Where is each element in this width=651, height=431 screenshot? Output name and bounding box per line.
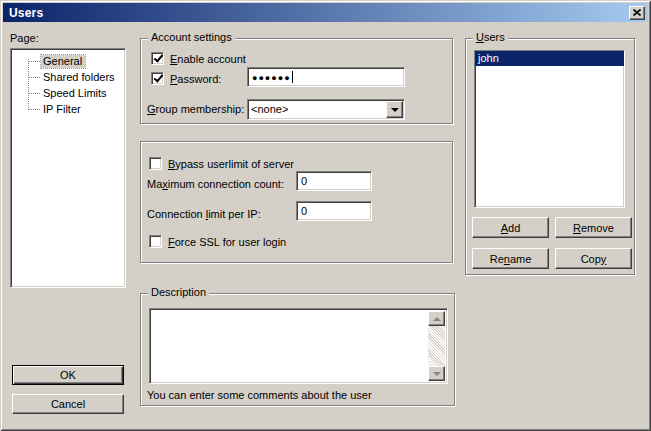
account-settings-title: Account settings <box>148 31 235 43</box>
arrow-down-icon <box>433 372 441 380</box>
arrow-up-icon <box>433 313 441 321</box>
user-list-item[interactable]: john <box>475 51 624 66</box>
copy-button[interactable]: Copy <box>555 248 632 269</box>
dropdown-button[interactable] <box>386 101 403 118</box>
enable-account-checkbox[interactable] <box>151 52 164 65</box>
enable-account-row: Enable account <box>151 52 246 65</box>
force-ssl-checkbox[interactable] <box>149 235 162 248</box>
cancel-button[interactable]: Cancel <box>12 394 124 414</box>
force-ssl-row: Force SSL for user login <box>149 235 286 248</box>
users-dialog: Users Page: General Shared folders Speed… <box>0 0 651 431</box>
titlebar[interactable]: Users <box>3 3 648 22</box>
password-checkbox[interactable] <box>151 72 164 85</box>
bypass-userlimit-row: Bypass userlimit of server <box>149 157 294 170</box>
tree-item-general[interactable]: General <box>11 53 125 69</box>
close-icon <box>633 9 641 16</box>
description-hint: You can enter some comments about the us… <box>147 389 372 401</box>
password-value: ●●●●●● <box>252 73 291 83</box>
connection-limit-per-ip-label: Connection limit per IP: <box>147 208 261 220</box>
description-value <box>154 312 425 380</box>
tree-branch-icon <box>29 77 40 78</box>
description-title: Description <box>148 286 209 298</box>
force-ssl-label: Force SSL for user login <box>168 236 286 248</box>
group-membership-select[interactable]: <none> <box>247 99 405 120</box>
connection-limit-per-ip-input[interactable]: 0 <box>296 201 372 221</box>
ok-button[interactable]: OK <box>12 365 124 385</box>
tree-item-label[interactable]: General <box>41 55 85 68</box>
tree-item-label[interactable]: IP Filter <box>41 103 84 116</box>
enable-account-label: Enable account <box>170 53 246 65</box>
vertical-scrollbar[interactable] <box>428 311 445 381</box>
group-membership-value: <none> <box>251 103 384 115</box>
rename-button[interactable]: Rename <box>472 248 549 269</box>
tree-item-ip-filter[interactable]: IP Filter <box>11 101 125 117</box>
remove-button[interactable]: Remove <box>555 217 632 238</box>
add-button[interactable]: Add <box>472 217 549 238</box>
text-caret <box>292 71 293 83</box>
description-group: Description You can enter some comments … <box>140 293 455 406</box>
max-connection-count-input[interactable]: 0 <box>296 171 372 191</box>
tree-item-label[interactable]: Speed Limits <box>41 87 110 100</box>
tree-branch-icon <box>29 61 40 62</box>
page-tree[interactable]: General Shared folders Speed Limits IP F… <box>10 48 126 288</box>
users-group: Users john Add Remove Rename Copy <box>465 38 635 275</box>
bypass-userlimit-checkbox[interactable] <box>149 157 162 170</box>
scroll-up-button[interactable] <box>428 311 445 326</box>
close-button[interactable] <box>629 6 645 20</box>
page-list-label: Page: <box>10 32 39 44</box>
max-connection-count-label: Maximum connection count: <box>147 178 284 190</box>
bypass-userlimit-label: Bypass userlimit of server <box>168 158 294 170</box>
tree-item-shared-folders[interactable]: Shared folders <box>11 69 125 85</box>
password-input[interactable]: ●●●●●● <box>247 67 405 87</box>
tree-branch-icon <box>29 93 40 94</box>
description-textarea[interactable] <box>149 308 448 384</box>
users-group-title: Users <box>473 31 508 43</box>
tree-branch-icon <box>29 109 40 110</box>
password-label: Password: <box>170 73 221 85</box>
window-title: Users <box>9 6 43 20</box>
chevron-down-icon <box>391 108 399 116</box>
group-membership-label: Group membership: <box>147 103 244 115</box>
tree-item-speed-limits[interactable]: Speed Limits <box>11 85 125 101</box>
users-list[interactable]: john <box>474 50 625 208</box>
tree-item-label[interactable]: Shared folders <box>41 71 118 84</box>
connection-limits-group: Bypass userlimit of server Maximum conne… <box>140 141 453 263</box>
account-settings-group: Account settings Enable account Password… <box>140 38 453 124</box>
password-row: Password: <box>151 72 221 85</box>
scroll-down-button[interactable] <box>428 366 445 381</box>
